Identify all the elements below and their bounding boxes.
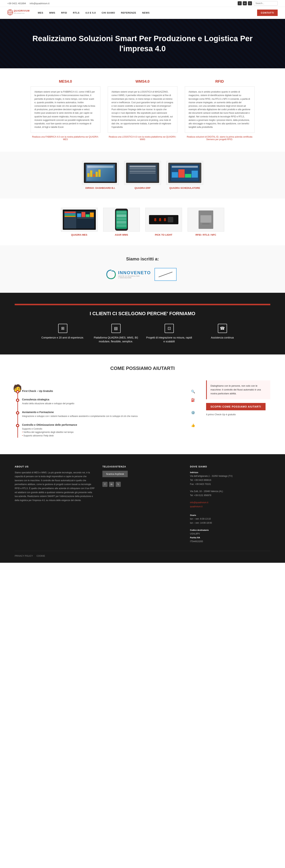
solution-wms: WMS4.0 Adottare sistemi smart per la LOG… [108,79,178,141]
fax1: Fax: +39 0423 70101 [190,482,270,486]
nav-chi-siamo[interactable]: CHI SIAMO [99,9,118,16]
website[interactable]: quadrivium.it [190,505,270,509]
step2-icon: ⛽ [191,398,195,402]
footer: ABOUT US Siamo specialisti di MES e WMS.… [0,454,285,563]
indirizzo2: Via Zutti, 10 - 15048 Valenza (AL) [190,490,270,494]
products-row2-section: QUADRA MES ASAR WMS 8 8 8 [0,198,285,245]
svg-text:QUADRIVIUM: QUADRIVIUM [14,9,29,12]
nav-rtls[interactable]: RTLS [70,9,83,16]
how-cta-btn[interactable]: Scopri come possiamo aiutarti [206,403,265,410]
footer-bottom-links: PRIVACY POLICY COOKIE [15,555,270,557]
mes-prod-label: QUADRA MES [61,234,98,236]
facebook-icon-top[interactable]: f [238,1,242,5]
codice-label: Codice destinatario [190,528,270,532]
how-content: 🧑 First Check – Up Gratuito 🔍 Consulenza… [15,380,270,443]
partner-logos: INNOVENETO CENTRI DI RICERCA PER L'INNOV… [15,267,270,282]
step1-title: First Check – Up Gratuito [22,390,199,393]
partner2-logo-box[interactable] [155,268,177,281]
rfid-body: Adottare, sia in ambito produttivo quant… [185,86,255,133]
nav-wms[interactable]: WMS [46,9,58,16]
solution-rfid: RFID Adottare, sia in ambito produttivo … [185,79,255,141]
rfid-img [188,208,224,231]
rfid-label: RFID / RTLS / NFC [188,234,224,236]
privacy-policy-link[interactable]: PRIVACY POLICY [15,555,33,557]
nav-contact-btn[interactable]: CONTATTI [257,9,278,16]
quadra-erp-img [124,161,161,185]
indirizzo-label: Indirizzo [190,471,270,474]
rfid-title: RFID [185,79,255,84]
timeline-dot-inner-4 [17,425,18,426]
footer-facebook-icon[interactable]: f [102,482,107,487]
product-quadra-erp[interactable]: QUADRA ERP [124,161,161,189]
assistenza-text: Assistenza continua [199,336,245,340]
asar-label: ASAR WMS [103,234,140,236]
timeline-dot-inner-1 [17,391,18,393]
step4-bullet-2: Supporto attraverso l'help desk [22,434,199,437]
piattaforma-icon: ▤ [112,324,121,333]
innoveneto-sub: CENTRI DI RICERCA PER L'INNOVAZIONE [118,275,152,279]
top-bar-left: +39 0421 401894 info@quadrivium.it [7,2,50,5]
how-right-text: Dialoghiamo con le persone, non solo con… [211,384,267,396]
solutions-section: MES4.0 Adottare sistemi smart per la FAB… [0,68,285,152]
email-footer[interactable]: info@quadrivium.it [190,501,270,505]
feature-competenze: ⊞ Competenze e 20 anni di esperienze. [40,324,86,343]
timeline-dot-2 [16,399,19,402]
nav-mes[interactable]: MES [35,9,46,16]
rfid-link[interactable]: Realizza soluzioni di DIGITAL ID, siamo … [185,135,255,141]
footer-linkedin-icon[interactable]: in [109,482,114,487]
phone-number: +39 0421 401894 [7,2,26,5]
product-pick-to-light[interactable]: 8 8 8 PICK TO LIGHT [145,208,182,236]
nav-news[interactable]: NEWS [139,9,153,16]
product-schedulatore[interactable]: QUADRA SCHEDULATORE [166,161,203,189]
solution-mes: MES4.0 Adottare sistemi smart per la FAB… [31,79,100,141]
anydesk-btn[interactable]: Scarica AnyDesk [102,471,128,477]
logo[interactable]: QUADRIVIUM INFORMATICA [7,9,29,17]
timeline-step-1: First Check – Up Gratuito 🔍 [22,390,199,393]
timeline: 🧑 First Check – Up Gratuito 🔍 Consulenza… [15,390,199,437]
mes-body: Adottare sistemi smart per la FABBRICA 4… [31,86,100,133]
partners-section: Siamo iscritti a: INNOVENETO CENTRI D [0,245,285,293]
orario2: lun – ven: 14:00-18:00 [190,521,270,525]
ptl-device: 8 8 8 [149,215,178,224]
timeline-dot-inner-2 [17,400,18,401]
footer-twitter-icon[interactable]: 𝕏 [116,482,121,487]
asar-phone [115,209,128,231]
mes-screen-wrap [63,210,96,230]
innoveneto-logo-box[interactable]: INNOVENETO CENTRI DI RICERCA PER L'INNOV… [108,267,149,282]
twitter-icon-top[interactable]: 𝕏 [248,1,252,5]
dirigo-screen [86,164,115,182]
product-dirigo[interactable]: DIRIGO: DASHBOARD B.I. [82,161,119,189]
search-input[interactable] [254,1,278,5]
mes-link[interactable]: Realizza una FABBRICA 4.0 con la nostra … [31,135,100,141]
product-asar-wms[interactable]: ASAR WMS [103,208,140,236]
step3-detail: Integrazione e sviluppo con i sistemi ha… [22,414,199,418]
cookie-link[interactable]: COOKIE [36,555,45,557]
wms-link[interactable]: Realizza una LOGISTICA 4.0 con la nostra… [108,135,178,141]
about-text: Siamo specialisti di MES e WMS. La più g… [15,471,95,502]
feature-piattaforma: ▤ Piattaforma QUADRA (MES, WMS, BI) modu… [93,324,139,343]
product-mes[interactable]: QUADRA MES [61,208,98,236]
logo-svg: QUADRIVIUM INFORMATICA [7,9,29,16]
erp-monitor [126,163,159,183]
sched-screen [170,164,199,182]
nav-rfid[interactable]: RFID [58,9,70,16]
orario-label: Orario [190,514,270,517]
step4-title: Controllo e Ottimizzazione delle perform… [22,423,199,426]
product-rfid-rtls[interactable]: RFID / RTLS / NFC [188,208,224,236]
piattaforma-text: Piattaforma QUADRA (MES, WMS, BI) modula… [93,336,139,343]
step3-title: Avviamento e Formazione [22,411,199,413]
linkedin-icon-top[interactable]: in [243,1,247,5]
ptl-label: PICK TO LIGHT [145,234,182,236]
mes-title: MES4.0 [31,79,100,84]
progetti-icon: ⊡ [165,324,174,333]
teleassistenza-title: TELEASSISTENZA [102,465,183,468]
progetti-text: Progetti di integrazione su misura, rapi… [146,336,192,343]
orario1: lun – ven: 8:30-13:10 [190,517,270,521]
wms-body: Adottare sistemi smart per la LOGISTICA … [108,86,178,133]
nav-referenze[interactable]: REFERENZE [118,9,139,16]
nav-40-50[interactable]: 4.0 E 5.0 [83,9,99,16]
footer-teleassistenza: TELEASSISTENZA Scarica AnyDesk f in 𝕏 [102,465,183,544]
erp-screen-inner [129,165,156,181]
timeline-step-3: Avviamento e Formazione ⚙️ Integrazione … [22,411,199,418]
dirigo-screen-inner [87,165,114,181]
